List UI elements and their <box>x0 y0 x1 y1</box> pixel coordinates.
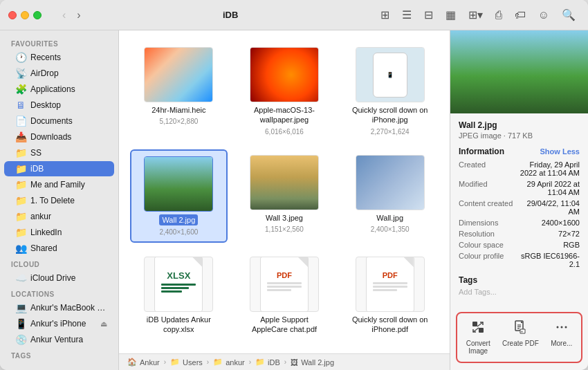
file-item-pdf2[interactable]: PDF Quickly scroll down on iPhone.pdf <box>341 251 439 340</box>
macbook-icon: 💻 <box>15 302 26 313</box>
locations-header: Locations <box>0 286 118 299</box>
file-thumb-scroll-1: 📱 <box>356 47 425 102</box>
sidebar-item-desktop[interactable]: 🖥 Desktop <box>4 98 114 113</box>
gallery-view-button[interactable]: ▦ <box>441 6 460 24</box>
dimensions-val: 2400×1600 <box>518 219 580 227</box>
breadcrumb-label-ankur: Ankur <box>140 358 160 367</box>
sidebar-item-icloud-drive[interactable]: ☁️ iCloud Drive <box>4 270 114 286</box>
more-view-button[interactable]: ⊞▾ <box>464 6 487 24</box>
breadcrumb-ankur[interactable]: 🏠 Ankur <box>127 358 160 367</box>
fullscreen-button[interactable] <box>33 11 42 19</box>
list-view-button[interactable]: ☰ <box>398 6 416 24</box>
file-dims-wall3: 1,151×2,560 <box>265 225 304 233</box>
minimize-button[interactable] <box>21 11 29 19</box>
file-area: 24hr-Miami.heic 5,120×2,880 Apple-macOS-… <box>119 30 450 370</box>
shared-icon: 👥 <box>15 243 26 254</box>
sidebar-item-linkedin[interactable]: 📁 LinkedIn <box>4 225 114 240</box>
forward-button[interactable]: › <box>73 8 84 23</box>
file-item-scroll-iphone-1[interactable]: 📱 Quickly scroll down on iPhone.jpg 2,27… <box>341 41 439 141</box>
downloads-icon: 📥 <box>15 131 26 142</box>
file-name-macos13: Apple-macOS-13-wallpaper.jpeg <box>246 105 322 125</box>
linkedin-icon: 📁 <box>15 227 26 238</box>
sidebar-item-airdrop[interactable]: 📡 AirDrop <box>4 66 114 81</box>
file-thumb-miami <box>144 47 213 102</box>
icloud-header: iCloud <box>0 257 118 270</box>
svg-rect-0 <box>472 322 477 326</box>
file-item-xlsx[interactable]: XLSX iDB Updates Ankur copy.xlsx <box>130 251 228 340</box>
breadcrumb-wall2[interactable]: 🖼 Wall 2.jpg <box>291 358 334 367</box>
me-family-icon: 📁 <box>15 179 26 190</box>
modified-val: 29 April 2022 at 11:04 AM <box>518 180 580 196</box>
face-button[interactable]: ☺ <box>534 6 553 24</box>
sidebar-item-recents[interactable]: 🕐 Recents <box>4 50 114 65</box>
inspector-preview <box>450 30 588 113</box>
breadcrumb-label-users: Users <box>183 358 203 367</box>
file-item-pdf1[interactable]: PDF Apple Support AppleCare chat.pdf <box>236 251 333 340</box>
close-button[interactable] <box>8 11 17 19</box>
sidebar-label-to-delete: 1. To Delete <box>30 196 75 205</box>
resolution-key: Resolution <box>459 230 514 238</box>
main-content: Favourites 🕐 Recents 📡 AirDrop 🧩 Applica… <box>0 30 588 370</box>
sidebar-item-macbook[interactable]: 💻 Ankur's MacBook Pro <box>4 300 114 315</box>
users-folder-icon: 📁 <box>170 358 180 367</box>
inspector-filetype: JPEG image · 717 KB <box>459 131 580 140</box>
sidebar-item-applications[interactable]: 🧩 Applications <box>4 82 114 97</box>
traffic-lights <box>8 11 42 19</box>
ss-icon: 📁 <box>15 147 26 158</box>
breadcrumb-idb[interactable]: 📁 iDB <box>255 358 280 367</box>
file-item-wall[interactable]: Wall.jpg 2,400×1,350 <box>341 149 439 243</box>
applications-icon: 🧩 <box>15 84 26 95</box>
back-button[interactable]: ‹ <box>58 8 70 23</box>
convert-image-icon <box>471 320 485 337</box>
file-item-wall2[interactable]: Wall 2.jpg 2,400×1,600 <box>130 149 228 243</box>
breadcrumb-sep-2: › <box>207 358 209 366</box>
sidebar-item-shared[interactable]: 👥 Shared <box>4 241 114 256</box>
sidebar-item-ss[interactable]: 📁 SS <box>4 145 114 160</box>
more-button[interactable]: More... <box>546 317 576 358</box>
pdf2-thumb: PDF <box>366 257 414 312</box>
show-less-button[interactable]: Show Less <box>540 147 580 156</box>
content-created-val: 29/04/22, 11:04 AM <box>518 199 580 216</box>
breadcrumb-users[interactable]: 📁 Users <box>170 358 203 367</box>
share-button[interactable]: ⎙ <box>491 6 506 24</box>
sidebar-item-ventura[interactable]: 💿 Ankur Ventura <box>4 332 114 347</box>
file-name-miami: 24hr-Miami.heic <box>151 105 205 115</box>
documents-icon: 📄 <box>15 115 26 127</box>
grid-view-button[interactable]: ⊞ <box>376 6 394 24</box>
eject-icon[interactable]: ⏏ <box>100 320 107 329</box>
sidebar-item-iphone[interactable]: 📱 Ankur's iPhone ⏏ <box>4 316 114 331</box>
sidebar-item-ankur[interactable]: 📁 ankur <box>4 209 114 224</box>
convert-image-label: ConvertImage <box>466 340 490 355</box>
create-pdf-button[interactable]: + Create PDF <box>498 317 543 358</box>
sidebar-item-downloads[interactable]: 📥 Downloads <box>4 129 114 145</box>
favourites-header: Favourites <box>0 36 118 49</box>
breadcrumb-sep-1: › <box>164 358 166 366</box>
convert-image-button[interactable]: ConvertImage <box>462 317 495 358</box>
inspector-body: Wall 2.jpg JPEG image · 717 KB Informati… <box>450 113 588 305</box>
tag-button[interactable]: 🏷 <box>511 6 530 24</box>
file-item-wall3[interactable]: Wall 3.jpeg 1,151×2,560 <box>236 149 333 243</box>
idb-folder-icon: 📁 <box>255 358 265 367</box>
window-title: iDB <box>91 10 371 20</box>
add-tags-field[interactable]: Add Tags... <box>459 288 580 296</box>
tags-title: Tags <box>459 275 580 285</box>
sidebar-item-idb[interactable]: 📁 iDB <box>4 161 114 176</box>
sidebar-item-documents[interactable]: 📄 Documents <box>4 113 114 129</box>
file-item-miami[interactable]: 24hr-Miami.heic 5,120×2,880 <box>130 41 228 141</box>
file-item-macos13[interactable]: Apple-macOS-13-wallpaper.jpeg 6,016×6,01… <box>236 41 333 141</box>
sidebar-label-ventura: Ankur Ventura <box>30 335 83 344</box>
sidebar-label-icloud: iCloud Drive <box>30 273 75 283</box>
colour-space-key: Colour space <box>459 241 514 249</box>
file-thumb-wall3 <box>250 155 319 210</box>
info-row-modified: Modified 29 April 2022 at 11:04 AM <box>459 180 580 196</box>
inspector-actions: ConvertImage + Creat <box>456 312 582 363</box>
sidebar-label-downloads: Downloads <box>30 132 71 142</box>
sidebar-item-to-delete[interactable]: 📁 1. To Delete <box>4 193 114 208</box>
sidebar-item-me-and-family[interactable]: 📁 Me and Family <box>4 177 114 192</box>
search-button[interactable]: 🔍 <box>558 6 580 24</box>
breadcrumb-ankur2[interactable]: 📁 ankur <box>213 358 245 367</box>
column-view-button[interactable]: ⊟ <box>420 6 437 24</box>
toolbar-tools: ⊞ ☰ ⊟ ▦ ⊞▾ ⎙ 🏷 ☺ 🔍 <box>376 6 580 24</box>
nav-buttons: ‹ › <box>58 8 85 23</box>
sidebar-label-ankur: ankur <box>30 212 51 221</box>
